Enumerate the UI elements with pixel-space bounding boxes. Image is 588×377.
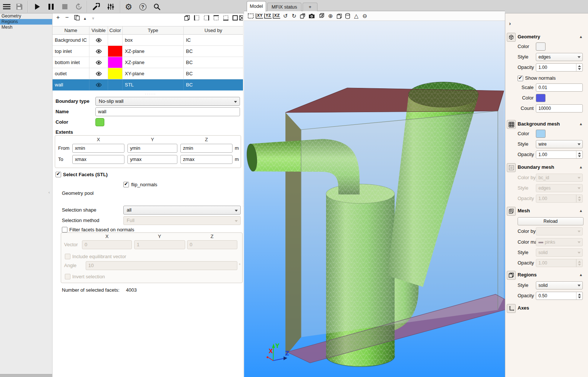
zmin-input[interactable]: zmin — [180, 144, 233, 153]
col-used-by[interactable]: Used by — [184, 26, 243, 35]
ymax-input[interactable]: ymax — [127, 155, 177, 164]
col-name[interactable]: Name — [53, 26, 89, 35]
reset-icon[interactable] — [74, 2, 84, 12]
shape-box-icon[interactable] — [184, 15, 190, 21]
table-row[interactable]: outlet XY-plane BC — [53, 68, 243, 79]
xmax-input[interactable]: xmax — [72, 155, 124, 164]
yz-view-icon[interactable]: YZ — [264, 12, 272, 20]
xy-view-icon[interactable]: XY — [256, 12, 263, 20]
collapse-arrow-icon[interactable]: ▲ — [579, 209, 583, 213]
region-move-up-button[interactable]: ▲ — [83, 15, 87, 22]
screenshot-camera-icon[interactable] — [308, 12, 315, 20]
nav-scrollbar[interactable] — [0, 374, 52, 377]
tab-model[interactable]: Model — [247, 1, 266, 12]
menu-icon[interactable] — [2, 2, 12, 12]
sphere-tool-icon[interactable]: ⊕ — [327, 12, 334, 20]
geometry-color-swatch[interactable] — [536, 42, 546, 51]
visibility-eye-icon[interactable] — [89, 57, 108, 68]
3d-viewport[interactable]: Y Z X — [244, 21, 505, 377]
cylinder-tool-icon[interactable] — [344, 12, 351, 20]
table-row[interactable]: top inlet XZ-plane BC — [53, 46, 243, 57]
build-wrench-icon[interactable] — [91, 2, 101, 12]
parameters-sliders-icon[interactable] — [106, 2, 116, 12]
region-remove-button[interactable]: − — [65, 14, 69, 21]
collapse-arrow-icon[interactable]: ▲ — [579, 35, 583, 39]
nav-item-geometry[interactable]: Geometry — [0, 13, 52, 19]
zmax-input[interactable]: zmax — [180, 155, 233, 164]
select-facets-checkbox[interactable] — [56, 172, 61, 177]
filter-facets-checkbox[interactable] — [62, 227, 67, 232]
geometry-style-select[interactable]: edges — [536, 53, 583, 61]
collapse-panel-icon[interactable]: › — [509, 20, 511, 26]
xz-view-icon[interactable]: XZ — [273, 12, 280, 20]
background-mesh-color-swatch[interactable] — [536, 130, 546, 138]
name-input[interactable]: wall — [95, 107, 240, 116]
normals-count-input[interactable]: 10000 — [536, 104, 583, 113]
tab-mfix-status[interactable]: MFiX status — [267, 3, 301, 12]
search-icon[interactable] — [152, 2, 162, 12]
shape-plane-icon[interactable] — [232, 15, 238, 21]
section-background-mesh[interactable]: Background mesh ▲ — [505, 120, 588, 130]
tab-add[interactable]: + — [303, 3, 317, 12]
show-normals-checkbox[interactable] — [518, 76, 523, 81]
perspective-icon[interactable] — [299, 12, 306, 20]
shape-plane-bottom-icon[interactable] — [223, 15, 229, 21]
regions-style-select[interactable]: solid — [536, 281, 583, 289]
nav-item-regions[interactable]: Regions — [0, 19, 52, 25]
normals-color-swatch[interactable] — [536, 94, 546, 102]
cone-tool-icon[interactable]: △ — [353, 12, 360, 20]
collapse-arrow-icon[interactable]: ▲ — [579, 122, 583, 126]
region-add-button[interactable]: + — [56, 14, 60, 21]
torus-tool-icon[interactable]: ⊖ — [361, 12, 369, 20]
stop-icon[interactable] — [60, 2, 70, 12]
normals-scale-input[interactable]: 0.01 — [536, 83, 583, 92]
section-mesh[interactable]: Mesh ▲ — [505, 207, 588, 216]
region-color-swatch — [108, 46, 122, 57]
rotate-ccw-icon[interactable]: ↺ — [282, 12, 289, 20]
ymin-input[interactable]: ymin — [127, 144, 177, 153]
section-axes[interactable]: Axes — [505, 304, 588, 314]
shape-plane-west-icon[interactable] — [194, 15, 200, 21]
geometry-opacity-spinner[interactable]: 1.00 — [536, 63, 583, 72]
background-mesh-opacity-spinner[interactable]: 1.00 — [536, 151, 583, 159]
visibility-eye-icon[interactable] — [89, 79, 108, 91]
table-row[interactable]: bottom inlet XZ-plane BC — [53, 57, 243, 68]
box-tool-icon[interactable] — [335, 12, 343, 20]
col-type[interactable]: Type — [123, 26, 184, 35]
splitter-handle[interactable]: ······ — [145, 92, 156, 96]
col-visible[interactable]: Visible — [89, 26, 108, 35]
region-move-down-button[interactable]: ▼ — [91, 15, 95, 22]
collapse-arrow-icon[interactable]: ▲ — [579, 273, 583, 277]
visibility-eye-icon[interactable] — [89, 35, 108, 46]
pause-icon[interactable] — [46, 2, 56, 12]
table-row[interactable]: Background IC box IC — [53, 35, 243, 46]
selection-shape-select[interactable]: all — [123, 206, 241, 215]
shape-plane-east-icon[interactable] — [203, 15, 209, 21]
background-mesh-style-select[interactable]: wire — [536, 140, 583, 148]
section-boundary-mesh[interactable]: Boundary mesh ▲ — [505, 163, 588, 173]
run-icon[interactable] — [32, 2, 42, 12]
col-color[interactable]: Color — [108, 26, 123, 35]
help-icon[interactable]: ? — [138, 2, 148, 12]
table-row-selected[interactable]: wall STL BC — [53, 79, 243, 91]
rotate-cw-icon[interactable]: ↻ — [290, 12, 298, 20]
region-color-button[interactable] — [95, 118, 104, 126]
reset-view-icon[interactable] — [247, 12, 255, 20]
geometry-visibility-icon[interactable] — [318, 12, 326, 20]
collapse-arrow-icon[interactable]: ▲ — [579, 165, 583, 169]
settings-gear-icon[interactable]: ⚙ — [124, 2, 133, 12]
xmin-input[interactable]: xmin — [72, 144, 124, 153]
regions-opacity-spinner[interactable]: 0.50 — [536, 292, 583, 300]
visibility-eye-icon[interactable] — [89, 46, 108, 57]
nav-item-mesh[interactable]: Mesh — [0, 25, 52, 30]
visibility-eye-icon[interactable] — [89, 68, 108, 79]
mesh-reload-button[interactable]: Reload — [518, 217, 584, 225]
flip-normals-checkbox[interactable] — [123, 182, 129, 187]
save-icon[interactable] — [15, 2, 24, 12]
shape-plane-top-icon[interactable] — [213, 15, 219, 21]
boundary-type-select[interactable]: No-slip wall — [95, 97, 240, 106]
section-regions[interactable]: Regions ▲ — [505, 271, 588, 281]
section-geometry[interactable]: Geometry ▲ — [505, 33, 588, 42]
panel-collapse-handle[interactable]: ‹ — [48, 190, 50, 194]
region-duplicate-icon[interactable] — [74, 15, 80, 22]
